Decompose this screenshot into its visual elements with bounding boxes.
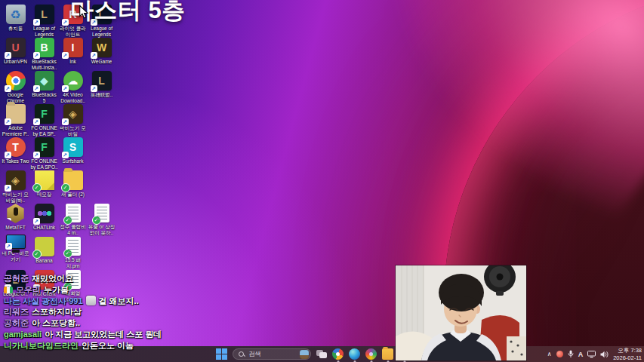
desktop-icon-glyph: I xyxy=(72,41,75,54)
desktop-icon-art: ♻ xyxy=(6,5,26,24)
tray-record-icon[interactable] xyxy=(556,351,563,357)
desktop-icon[interactable]: ↗ MetaTFT xyxy=(2,204,29,237)
icon-badge: ↗ xyxy=(91,85,97,92)
taskbar-app-pinwheel-icon[interactable] xyxy=(332,348,344,360)
chat-text: 재밌었어요 xyxy=(32,273,73,284)
icon-badge: ↗ xyxy=(5,52,11,59)
icon-badge: ↗ xyxy=(91,52,97,59)
desktop-icon-glyph: ◆ xyxy=(40,75,48,87)
desktop-icon[interactable]: ↗ CHATLink xyxy=(30,204,58,237)
taskbar-app-edge-icon[interactable] xyxy=(349,348,360,360)
chat-text: 안돈오노 이놈 xyxy=(82,340,134,351)
desktop-icon[interactable]: I ↗ Ink xyxy=(59,38,87,71)
icon-badge: ↗ xyxy=(5,118,11,125)
icon-badge: ✓ xyxy=(63,216,72,225)
chat-emote-icon xyxy=(86,296,96,305)
search-label: 검색 xyxy=(248,350,296,359)
desktop-icon[interactable]: W ↗ WeGame xyxy=(88,38,116,71)
chat-nickname: 리워즈 xyxy=(4,306,29,318)
desktop-icon-grid: ♻ 휴지통 L ↗ League of Legends PBE R ↗ 라이엇 … xyxy=(2,5,116,303)
desktop-icon-label: FC ONLINE by EA SP.. xyxy=(30,125,58,137)
desktop-icon[interactable]: S ↗ Surfshark xyxy=(59,137,87,170)
taskbar-search[interactable]: 검색 xyxy=(233,348,311,360)
desktop-icon-art: ◆ ↗ xyxy=(35,71,54,90)
desktop-icon[interactable]: ✓ 메모장 xyxy=(30,170,58,204)
desktop-icon[interactable]: ◆ ↗ BlueStacks 5 xyxy=(30,71,58,104)
icon-badge: ↗ xyxy=(33,85,40,92)
chat-nickname: 니가니보다임드라인 xyxy=(4,340,79,351)
icon-badge: ↗ xyxy=(5,85,11,92)
taskbar-center-group: 검색 xyxy=(216,346,410,362)
desktop-icon-art: ↗ xyxy=(35,204,54,223)
desktop-icon[interactable]: L ↗ League of Legends PBE xyxy=(30,5,58,38)
desktop-icon-art: W ↗ xyxy=(92,38,112,57)
icon-badge: ↗ xyxy=(33,118,40,125)
icon-badge: ↗ xyxy=(62,52,69,59)
desktop-icon[interactable]: F ↗ FC ONLINE by EA SP.. xyxy=(30,104,58,137)
desktop-icon[interactable]: ◈ ↗ 마비노기 모바일 xyxy=(59,104,87,137)
desktop-icon[interactable]: ◈ ↗ 마비노기 모바일(봐.. xyxy=(2,170,29,204)
icon-badge: ↗ xyxy=(5,152,11,158)
chat-nickname: 나는 사실 광전사 991 xyxy=(4,296,83,307)
desktop-icon[interactable]: U ↗ UrbanVPN xyxy=(2,38,29,71)
desktop-icon-art: ☁ ↗ xyxy=(63,71,83,90)
chat-text: 스포하지마삼 xyxy=(32,306,82,318)
chat-message: 나는 사실 광전사 991 걸 왜보지.. xyxy=(4,296,162,307)
desktop-icon-glyph: S xyxy=(69,141,76,153)
tray-speaker-icon[interactable] xyxy=(600,351,609,358)
desktop-icon[interactable]: ♻ 휴지통 xyxy=(2,5,29,38)
desktop-icon-label: FC ONLINE by EA SPO.. xyxy=(30,158,58,170)
desktop-icon-glyph: L xyxy=(98,75,105,87)
chat-text: 아 스포당함.. xyxy=(32,318,80,329)
desktop-icon[interactable]: ✓ 정수 졸탑비 4 m.. xyxy=(59,204,87,237)
icon-badge: ↗ xyxy=(33,19,40,26)
desktop-icon[interactable]: ✓ 새 폴더 (2) xyxy=(59,170,87,204)
chat-nickname: 공허준 xyxy=(4,273,29,284)
desktop-icon-art: ◈ ↗ xyxy=(63,104,83,124)
chat-message: 공허준 아 스포당함.. xyxy=(4,318,162,329)
desktop-icon-glyph: F xyxy=(41,108,48,120)
tray-microphone-icon[interactable] xyxy=(568,350,574,358)
tray-chevron-up-icon[interactable]: ∧ xyxy=(547,351,552,357)
desktop-icon[interactable]: ☁ ↗ 4K Video Download.. xyxy=(59,71,87,104)
start-button[interactable] xyxy=(216,348,227,360)
desktop-icon[interactable]: ✓ 유물 or 상징 없이 못하.. xyxy=(88,204,116,237)
desktop-icon[interactable]: F ↗ FC ONLINE by EA SPO.. xyxy=(30,137,58,170)
chat-text: 누가봄 xyxy=(44,284,69,296)
task-view-button[interactable] xyxy=(316,350,327,358)
icon-badge: ↗ xyxy=(33,152,40,158)
icon-badge: ✓ xyxy=(61,183,70,192)
desktop-icon[interactable]: ↗ Adobe Premiere P.. xyxy=(2,104,29,137)
icon-badge: ↗ xyxy=(62,19,69,26)
desktop-icon-label: CHATLink xyxy=(30,225,58,231)
desktop-icon-art: ↗ xyxy=(6,235,26,249)
desktop-icon-art: I ↗ xyxy=(63,38,83,57)
desktop-icon-art: ✓ xyxy=(66,237,81,256)
desktop-icon[interactable]: B ↗ BlueStacks Multi-Insta.. xyxy=(30,38,58,71)
desktop-icon[interactable]: ✓ Banana xyxy=(30,237,58,270)
desktop-icon-label: Google Chrome xyxy=(2,92,29,104)
tray-display-icon[interactable] xyxy=(587,351,596,358)
system-tray: ∧ A 오후 7:38 2026-02-11 xyxy=(547,346,642,362)
tray-ime-indicator[interactable]: A xyxy=(578,351,584,358)
desktop-icon[interactable]: ↗ 내 PC - 바로 가기 xyxy=(2,237,29,270)
chat-message: 리워즈 스포하지마삼 xyxy=(4,306,162,318)
desktop-icon-label: Banana xyxy=(30,258,58,264)
desktop-icon-label: MetaTFT xyxy=(2,225,29,231)
taskbar-app-file-explorer-icon[interactable] xyxy=(382,348,393,360)
desktop-icon-label: 4K Video Download.. xyxy=(59,92,87,104)
desktop-icon[interactable]: ↗ Google Chrome xyxy=(2,71,29,104)
tray-clock[interactable]: 오후 7:38 2026-02-11 xyxy=(613,347,642,362)
icon-badge: ✓ xyxy=(92,216,101,225)
icon-badge: ✓ xyxy=(32,250,42,259)
desktop-icon-art: ✓ xyxy=(66,204,81,222)
desktop-icon-art: ↗ xyxy=(6,204,26,223)
icon-badge: ✓ xyxy=(32,183,42,192)
icon-badge: ↗ xyxy=(5,185,11,192)
desktop-icon-label: Adobe Premiere P.. xyxy=(2,125,29,137)
desktop-icon[interactable]: L ↗ 英雄联盟.. xyxy=(88,71,116,104)
desktop-icon[interactable]: T ↗ It Takes Two xyxy=(2,137,29,170)
desktop-icon[interactable]: ✓ 15.5 패치.prn xyxy=(59,237,87,270)
desktop-icon-label: Surfshark xyxy=(59,158,87,164)
taskbar-app-colorful-icon[interactable] xyxy=(365,348,377,360)
